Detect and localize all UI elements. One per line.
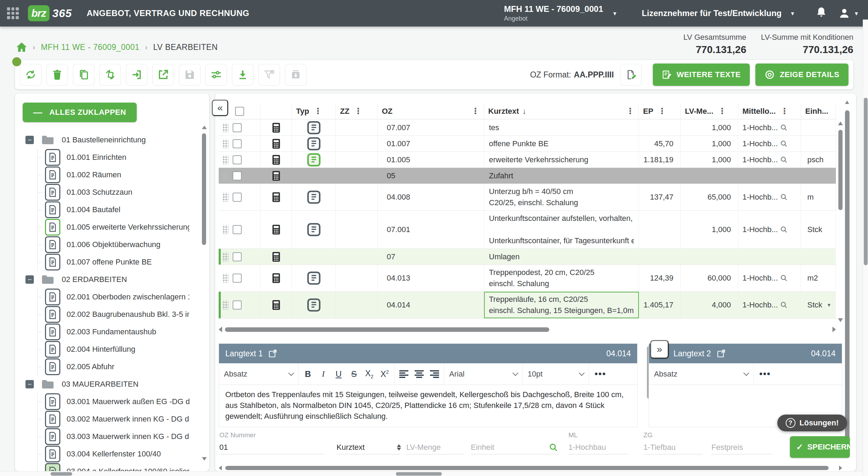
grid-vertical-scrollbar[interactable] <box>838 121 843 322</box>
sidebar-item[interactable]: 03.001 Mauerwerk außen EG -DG d = 24 cr <box>15 393 198 410</box>
scroll-right-icon[interactable] <box>839 466 842 470</box>
column-header[interactable]: Mittello... ↓ ⋮ <box>738 103 801 119</box>
speichern-button[interactable]: ✓ SPEICHERN <box>790 436 850 458</box>
align-left-button[interactable] <box>399 370 408 378</box>
strikethrough-button[interactable]: S <box>349 369 358 379</box>
drag-handle-icon[interactable] <box>222 252 228 261</box>
calculator-icon[interactable] <box>272 139 280 149</box>
breadcrumb-project-link[interactable]: MFH 11 WE - 76009_0001 <box>41 43 139 52</box>
scrollbar-thumb[interactable] <box>202 133 206 245</box>
row-checkbox[interactable] <box>233 155 242 164</box>
table-row[interactable]: 01.005 erweiterte Verkehrssicherung 1.18… <box>219 152 836 168</box>
sidebar-item[interactable]: 03.004 Kellerfenster 100/40 <box>15 445 198 463</box>
calculator-icon[interactable] <box>272 273 280 283</box>
calculator-icon[interactable] <box>272 192 280 202</box>
table-row[interactable]: 07 Umlagen ▼ <box>219 249 836 265</box>
table-row[interactable]: 04.013 Treppenpodest, 20 cm, C20/25einsc… <box>219 265 836 292</box>
home-icon[interactable] <box>16 42 27 52</box>
scrollbar-thumb[interactable] <box>845 110 850 456</box>
sidebar-item[interactable]: 03.002 Mauerwerk innen KG - DG d = 24 cr <box>15 410 198 428</box>
sidebar-folder[interactable]: − 02 ERDARBEITEN <box>15 271 198 288</box>
einheit-input[interactable]: Einheit <box>471 440 558 454</box>
column-header[interactable]: Typ ↓ ⋮ <box>292 103 336 119</box>
lookup-icon[interactable] <box>780 301 788 309</box>
tenant-selector[interactable]: Lizenznehmer für Test/Entwicklung ▼ <box>642 8 795 18</box>
calculator-icon[interactable] <box>272 300 280 310</box>
sidebar-item[interactable]: 01.005 erweiterte Verkehrssicherung <box>15 218 198 236</box>
superscript-button[interactable]: X2 <box>380 369 389 379</box>
help-button[interactable]: ? Lösungen! <box>777 415 847 431</box>
collapse-sidebar-button[interactable]: « <box>212 100 228 116</box>
import-button[interactable] <box>126 64 148 85</box>
panel-vertical-scrollbar[interactable] <box>845 105 850 465</box>
column-menu-icon[interactable]: ⋮ <box>780 106 788 116</box>
table-row[interactable]: 01.007 offene Punkte BE 45,70 1,000 1-Ho… <box>219 136 836 152</box>
festpreis-input[interactable]: Festpreis <box>711 440 772 454</box>
open-in-window-icon[interactable] <box>717 349 726 358</box>
kurztext-cell[interactable]: Treppenläufe, 16 cm, C20/25einschl. Scha… <box>484 292 639 318</box>
scrollbar-thumb[interactable] <box>838 130 843 210</box>
more-tools-button[interactable]: ••• <box>754 369 776 379</box>
collapse-node-icon[interactable]: − <box>25 136 34 144</box>
sidebar-item[interactable]: 01.007 offene Punkte BE <box>15 253 198 271</box>
refresh-button[interactable] <box>20 64 41 85</box>
collapse-node-icon[interactable]: − <box>25 275 34 284</box>
kurztext-cell[interactable]: Unterkunftscontainer aufstellen, vorhalt… <box>484 211 639 248</box>
column-header[interactable]: EP ↓ ⋮ <box>639 103 681 119</box>
row-checkbox[interactable] <box>233 252 242 261</box>
drag-handle-icon[interactable] <box>222 123 228 132</box>
sidebar-item[interactable]: 01.003 Schutzzaun <box>15 184 198 201</box>
sidebar-item[interactable]: 02.002 Baugrubenaushub Bkl. 3-5 inkl. Ab… <box>15 306 198 323</box>
row-checkbox[interactable] <box>233 300 242 310</box>
panel-horizontal-scrollbar[interactable] <box>219 465 842 471</box>
oz-nummer-input[interactable]: 01 <box>219 440 324 454</box>
bold-button[interactable]: B <box>303 369 312 379</box>
calculator-icon[interactable] <box>272 155 280 165</box>
drag-handle-icon[interactable] <box>222 274 228 283</box>
kurztext-cell[interactable]: offene Punkte BE <box>484 136 639 151</box>
align-center-button[interactable] <box>415 370 424 378</box>
row-checkbox[interactable] <box>233 139 242 148</box>
spinner-icons[interactable] <box>397 444 401 451</box>
row-checkbox[interactable] <box>233 123 242 132</box>
sidebar-item[interactable]: 01.004 Bautafel <box>15 201 198 218</box>
column-header[interactable]: ↓ ⋮ <box>261 103 292 119</box>
lookup-icon[interactable] <box>780 193 788 201</box>
scroll-up-icon[interactable] <box>845 101 849 104</box>
scrollbar-thumb[interactable] <box>51 472 72 476</box>
column-menu-icon[interactable]: ⋮ <box>471 106 480 116</box>
column-header[interactable]: Einh... ↓ ⋮ <box>801 103 836 119</box>
collapse-all-button[interactable]: — ALLES ZUKLAPPEN <box>23 103 137 122</box>
column-header[interactable]: OZ ↓ ⋮ <box>378 103 484 119</box>
kurztext-cell[interactable]: erweiterte Verkehrssicherung <box>484 152 639 168</box>
drag-handle-icon[interactable] <box>222 171 228 180</box>
unit-dropdown-caret[interactable]: ▼ <box>827 302 831 308</box>
sidebar-item[interactable]: 02.001 Oberboden zwischenlagern 100 m <box>15 288 198 306</box>
position-type-icon[interactable] <box>307 137 321 151</box>
scroll-left-icon[interactable] <box>219 466 222 470</box>
position-type-icon[interactable] <box>307 223 321 237</box>
position-type-icon[interactable] <box>307 298 321 312</box>
oz-format-edit-button[interactable] <box>620 64 642 85</box>
column-header[interactable]: Kurztext ↓ ⋮ <box>484 103 639 119</box>
settings-sliders-button[interactable] <box>205 64 227 85</box>
lookup-icon[interactable] <box>780 156 788 164</box>
lookup-icon[interactable] <box>780 226 788 233</box>
project-selector[interactable]: MFH 11 WE - 76009_0001 Angebot ▼ <box>504 4 617 22</box>
lookup-icon[interactable] <box>780 274 788 282</box>
select-all-checkbox[interactable] <box>235 107 244 116</box>
column-menu-icon[interactable]: ⋮ <box>314 106 322 116</box>
column-header[interactable]: LV-Me... ↓ ⋮ <box>681 103 738 119</box>
position-type-icon[interactable] <box>307 153 321 167</box>
position-type-icon[interactable] <box>307 190 321 204</box>
sidebar-item[interactable]: 02.004 Hinterfüllung <box>15 341 198 358</box>
scroll-up-icon[interactable] <box>838 121 843 125</box>
sidebar-item[interactable]: 02.005 Abfuhr <box>15 358 198 375</box>
window-horizontal-scrollbar[interactable] <box>0 471 868 476</box>
open-external-button[interactable] <box>152 64 174 85</box>
column-menu-icon[interactable]: ⋮ <box>626 106 634 116</box>
column-menu-icon[interactable]: ⋮ <box>658 106 666 116</box>
align-right-button[interactable] <box>430 370 439 378</box>
sidebar-item[interactable]: 01.006 Objektüberwachung <box>15 236 198 253</box>
sidebar-scrollbar[interactable] <box>202 126 206 461</box>
